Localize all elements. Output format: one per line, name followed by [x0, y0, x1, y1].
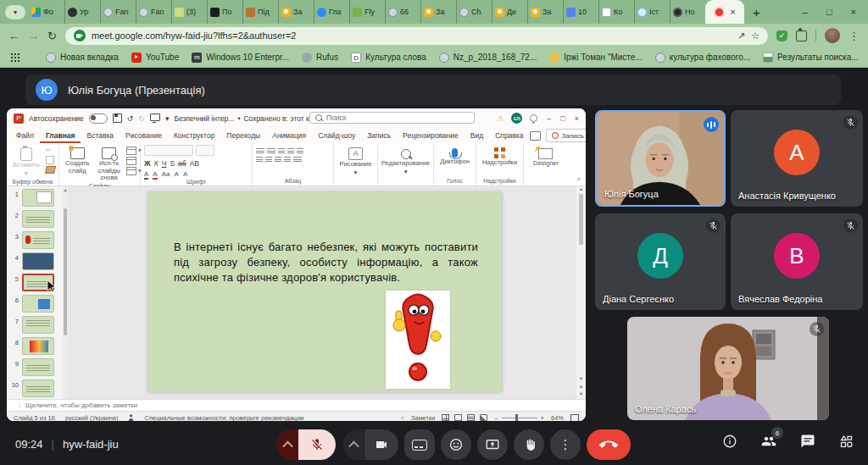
browser-tab[interactable]: Ко — [598, 0, 634, 24]
notes-bar[interactable]: ⁞ Щелкните, чтобы добавить заметки — [7, 399, 586, 411]
tab-help[interactable]: Справка — [489, 128, 529, 143]
ppt-maximize[interactable]: □ — [560, 114, 565, 123]
thumbnail-row[interactable]: 8 — [10, 337, 68, 358]
browser-tab[interactable]: За — [527, 0, 563, 24]
new-slide-button[interactable]: Создать слайд — [63, 145, 92, 175]
copy-icon[interactable] — [46, 156, 54, 164]
accessibility-status[interactable]: Специальные возможности: проверьте реком… — [144, 414, 303, 422]
change-case-button[interactable]: Аа — [162, 170, 170, 178]
browser-tab[interactable]: Fan — [136, 0, 171, 24]
bookmark-star-icon[interactable]: ☆ — [751, 30, 760, 42]
tab-draw[interactable]: Рисование — [120, 128, 168, 143]
editing-button[interactable]: Редактирование ▾ — [379, 145, 432, 176]
address-bar[interactable]: meet.google.com/hyw-faid-jiu?lfhs=2&auth… — [65, 27, 768, 45]
participant-tile[interactable]: Д Діана Сергеєнко — [595, 213, 726, 310]
thumbnail-row[interactable]: 10 — [10, 379, 68, 401]
browser-tab[interactable]: По — [207, 0, 242, 24]
cut-icon[interactable]: ✂ — [46, 147, 55, 154]
italic-button[interactable]: К — [154, 159, 159, 168]
browser-tab[interactable]: За — [420, 0, 456, 24]
camera-options-chevron[interactable] — [343, 429, 364, 460]
new-tab-button[interactable]: + — [753, 5, 760, 19]
bookmark[interactable]: Новая вкладка — [46, 53, 119, 63]
browser-menu-icon[interactable]: ⋮ — [849, 30, 860, 42]
extensions-icon[interactable] — [796, 30, 807, 42]
participant-tile[interactable]: А Анастасія Кривущенко — [731, 110, 863, 207]
browser-tab[interactable]: Іст — [634, 0, 670, 24]
scrollbar-thumb[interactable] — [64, 208, 67, 335]
zoom-percent[interactable]: 64% — [551, 414, 564, 422]
slideshow-view-icon[interactable] — [480, 414, 487, 421]
notes-toggle-label[interactable]: Заметки — [411, 414, 436, 422]
bookmark[interactable]: Rufus — [302, 53, 338, 63]
tab-insert[interactable]: Вставка — [81, 128, 120, 143]
ppt-minimize[interactable]: – — [547, 114, 551, 123]
comments-icon[interactable] — [530, 131, 541, 141]
bookmark[interactable]: mWindows 10 Enterpr... — [192, 53, 289, 63]
bookmark[interactable]: YouTube — [131, 53, 179, 63]
indent-increase-icon[interactable] — [287, 147, 294, 154]
tab-home[interactable]: Главная — [40, 128, 81, 143]
normal-view-icon[interactable] — [442, 414, 449, 421]
browser-tab[interactable]: За — [278, 0, 314, 24]
bullets-icon[interactable] — [256, 147, 264, 154]
close-tab-icon[interactable]: × — [730, 7, 735, 17]
bookmark[interactable]: DКультура слова — [351, 53, 426, 63]
notes-placeholder[interactable]: Щелкните, чтобы добавить заметки — [25, 401, 137, 409]
zoom-out-icon[interactable]: – — [494, 414, 498, 422]
format-painter-icon[interactable] — [45, 166, 56, 174]
numbering-icon[interactable] — [267, 147, 275, 154]
activities-button[interactable] — [838, 434, 854, 449]
adblock-extension-icon[interactable]: ✓ — [776, 30, 787, 42]
slide-scrollbar[interactable]: ▲ ▼ ▲ ▼ — [576, 186, 586, 399]
font-name-box[interactable] — [144, 145, 193, 156]
forward-button[interactable]: → — [28, 30, 39, 42]
thumbnail-row[interactable]: 3 — [10, 231, 68, 252]
reading-view-icon[interactable] — [467, 414, 475, 421]
strikethrough-button[interactable]: аб — [178, 159, 186, 168]
browser-tab[interactable]: Но — [670, 0, 705, 24]
qat-dropdown-icon[interactable]: ▾ — [165, 114, 170, 123]
record-button[interactable]: Запись — [546, 129, 587, 142]
browser-tab[interactable]: (3) — [171, 0, 207, 24]
notes-handle-icon[interactable]: ⁞ — [19, 402, 20, 408]
back-button[interactable]: ← — [8, 30, 19, 42]
minimize-button[interactable]: – — [803, 7, 808, 17]
thumbnail-row[interactable]: 7 — [10, 316, 68, 337]
browser-tab[interactable]: 66 — [385, 0, 420, 24]
fit-slide-icon[interactable] — [570, 414, 579, 422]
thumbnail-row[interactable]: 4 — [10, 252, 68, 274]
browser-tab[interactable]: Ch — [456, 0, 492, 24]
tab-slideshow[interactable]: Слайд-шоу — [312, 128, 361, 143]
sorter-view-icon[interactable] — [454, 414, 462, 421]
reuse-slides-button[interactable]: Исп-ть слайды снова — [96, 145, 123, 183]
browser-tab[interactable]: Fan — [100, 0, 136, 24]
participant-tile-speaking[interactable]: Юлія Богуца — [595, 110, 726, 207]
lightbulb-icon[interactable] — [530, 114, 537, 122]
tab-animations[interactable]: Анимация — [266, 128, 312, 143]
info-button[interactable] — [722, 434, 737, 449]
thumbnail-row[interactable]: 5 — [10, 274, 68, 295]
undo-icon[interactable]: ↺ — [127, 114, 134, 123]
browser-tab[interactable]: Ур — [64, 0, 100, 24]
tab-record[interactable]: Запись — [361, 128, 397, 143]
highlight-button[interactable]: А — [144, 170, 148, 178]
zoom-in-icon[interactable]: + — [541, 414, 544, 422]
participant-tile[interactable]: В Вячеслав Федоріна — [731, 213, 863, 310]
browser-tab-active[interactable]: × — [705, 0, 744, 24]
browser-tab[interactable]: Гла — [314, 0, 349, 24]
tab-search-button[interactable]: ▾ — [5, 5, 25, 19]
browser-tab[interactable]: 10 — [563, 0, 598, 24]
url-text[interactable]: meet.google.com/hyw-faid-jiu?lfhs=2&auth… — [92, 30, 732, 41]
bookmark[interactable]: Nz_p_2018_168_72... — [439, 53, 537, 63]
thumbnail-row[interactable]: 9 — [10, 358, 68, 379]
bookmark[interactable]: Результаты поиска... — [763, 53, 859, 63]
share-page-icon[interactable]: ↗ — [737, 30, 745, 42]
text-shadow-button[interactable]: S — [170, 159, 175, 168]
justify-icon[interactable] — [284, 156, 291, 163]
grow-font-button[interactable]: А — [175, 170, 179, 178]
tab-review[interactable]: Рецензирование — [397, 128, 465, 143]
profile-avatar[interactable] — [825, 28, 840, 43]
bookmark[interactable]: культура фахового... — [655, 53, 750, 63]
font-size-box[interactable] — [196, 145, 214, 156]
